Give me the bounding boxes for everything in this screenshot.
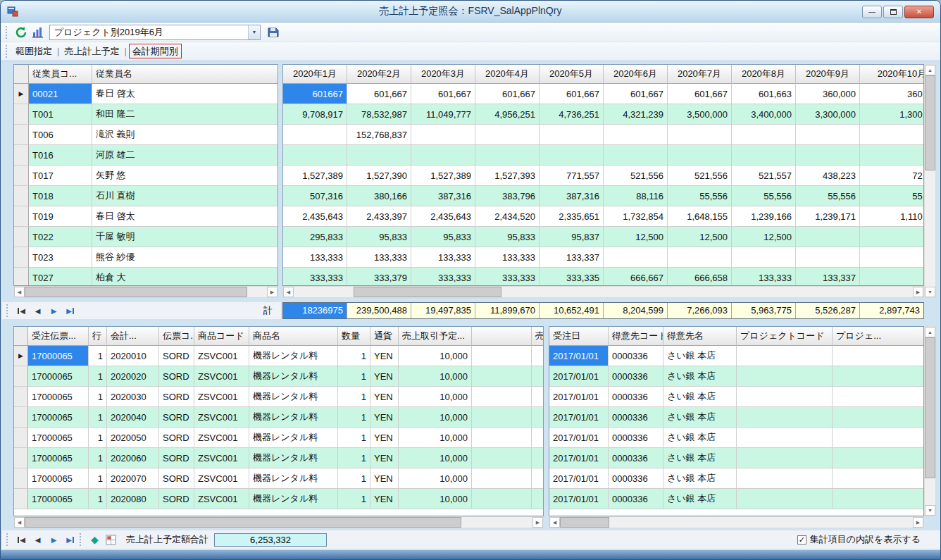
- grid-cell[interactable]: SORD: [159, 346, 194, 366]
- grid-cell[interactable]: [475, 125, 540, 145]
- grid-cell[interactable]: 1,527,390: [347, 166, 411, 186]
- grid-cell[interactable]: SORD: [159, 448, 194, 468]
- scroll-up-icon[interactable]: ▲: [925, 327, 935, 337]
- grid-cell[interactable]: 1: [338, 346, 370, 366]
- table-row[interactable]: ▶00021春日 啓太: [14, 84, 278, 104]
- grid-cell[interactable]: 機器レンタル料: [249, 448, 338, 468]
- grid-cell[interactable]: [472, 387, 532, 407]
- grid-cell[interactable]: 601,667: [540, 84, 604, 104]
- row-selector-cell[interactable]: [14, 125, 29, 145]
- row-selector-cell[interactable]: [14, 366, 28, 387]
- table-row[interactable]: 1700006512020030SORDZSVC001機器レンタル料1YEN10…: [14, 387, 544, 407]
- grid-cell[interactable]: 1: [89, 448, 107, 468]
- table-row[interactable]: 152,768,837: [283, 125, 924, 145]
- grid-cell[interactable]: 河原 雄二: [92, 145, 278, 166]
- grid-cell[interactable]: [604, 125, 668, 145]
- month-grid-vscrollbar[interactable]: ▲ ▼: [924, 64, 936, 298]
- table-row[interactable]: 2017/01/010000336さい銀 本店: [549, 366, 924, 387]
- column-header[interactable]: [472, 327, 532, 346]
- grid-cell[interactable]: 1: [89, 387, 107, 407]
- scrollbar-track[interactable]: [461, 517, 532, 528]
- grid-cell[interactable]: 55,556: [796, 186, 860, 206]
- move-first-button[interactable]: ◀: [13, 533, 30, 547]
- grid-cell[interactable]: 0000336: [609, 489, 663, 509]
- grid-cell[interactable]: SORD: [159, 428, 194, 448]
- grid-cell[interactable]: さい銀 本店: [663, 448, 737, 468]
- row-selector-cell[interactable]: [14, 186, 29, 206]
- row-selector-cell[interactable]: [14, 206, 29, 227]
- grid-cell[interactable]: [737, 387, 833, 407]
- grid-cell[interactable]: 2017/01/01: [549, 448, 609, 468]
- show-breakdown-checkbox-row[interactable]: ✓ 集計項目の内訳を表示する: [797, 533, 921, 546]
- grid-cell[interactable]: 0000336: [609, 366, 663, 387]
- grid-cell[interactable]: 17000065: [28, 468, 89, 489]
- grid-cell[interactable]: [283, 125, 347, 145]
- grid-cell[interactable]: [668, 247, 732, 268]
- toolbar-grip[interactable]: [6, 26, 8, 39]
- grid-cell[interactable]: [472, 346, 532, 366]
- grid-cell[interactable]: 521,557: [732, 166, 796, 186]
- grid-cell[interactable]: [737, 366, 833, 387]
- grid-cell[interactable]: [472, 407, 532, 428]
- grid-cell[interactable]: 1: [89, 428, 107, 448]
- grid-cell[interactable]: 12,500: [668, 227, 732, 247]
- grid-cell[interactable]: [833, 428, 924, 448]
- table-row[interactable]: T006滝沢 義則: [14, 125, 278, 145]
- column-header[interactable]: 商品名: [249, 327, 338, 346]
- grid-cell[interactable]: T027: [29, 268, 92, 286]
- column-header[interactable]: 受注伝票...: [28, 327, 89, 346]
- grid-cell[interactable]: 1,732,854: [604, 206, 668, 227]
- grid-cell[interactable]: SORD: [159, 387, 194, 407]
- grid-cell[interactable]: [737, 346, 833, 366]
- column-header[interactable]: 従業員名: [92, 65, 278, 84]
- maximize-button[interactable]: [883, 6, 903, 18]
- title-bar[interactable]: 売上計上予定照会：FSRV_SalAppPlnQry — ✕: [1, 1, 940, 23]
- grid-cell[interactable]: [737, 489, 833, 509]
- grid-cell[interactable]: 133,337: [540, 247, 604, 268]
- move-previous-button[interactable]: ◀: [30, 533, 46, 547]
- column-header[interactable]: 2020年1月: [283, 65, 347, 84]
- grid-cell[interactable]: 10,000: [399, 428, 472, 448]
- table-row[interactable]: 2017/01/010000336さい銀 本店: [549, 346, 924, 366]
- scrollbar-track[interactable]: [247, 287, 267, 297]
- column-header[interactable]: 売: [532, 327, 544, 346]
- grid-cell[interactable]: 3,300,000: [796, 104, 860, 125]
- grid-cell[interactable]: 0000336: [609, 346, 663, 366]
- grid-cell[interactable]: 2020030: [107, 387, 159, 407]
- grid-cell[interactable]: T019: [29, 206, 92, 227]
- grid-cell[interactable]: 2017/01/01: [549, 346, 609, 366]
- grid-cell[interactable]: 1: [338, 407, 370, 428]
- grid-cell[interactable]: [833, 468, 924, 489]
- column-header[interactable]: 2020年5月: [540, 65, 604, 84]
- grid-cell[interactable]: 333,379: [347, 268, 411, 286]
- grid-cell[interactable]: 10,000: [399, 407, 472, 428]
- column-header[interactable]: プロジェ...: [833, 327, 924, 346]
- grid-cell[interactable]: [532, 407, 544, 428]
- grid-cell[interactable]: 2017/01/01: [549, 366, 609, 387]
- grid-cell[interactable]: 0000336: [609, 428, 663, 448]
- grid-cell[interactable]: T017: [29, 166, 92, 186]
- save-button[interactable]: [265, 25, 282, 40]
- grid-cell[interactable]: 17000065: [28, 407, 89, 428]
- grid-cell[interactable]: [732, 145, 796, 166]
- order-grid[interactable]: 受注伝票...行会計...伝票コ...商品コード商品名数量通貨売上取引予定...…: [13, 326, 544, 516]
- grid-cell[interactable]: [604, 145, 668, 166]
- column-header[interactable]: 2020年9月: [796, 65, 860, 84]
- grid-cell[interactable]: SORD: [159, 366, 194, 387]
- grid-cell[interactable]: 1: [89, 366, 107, 387]
- grid-cell[interactable]: 521,556: [668, 166, 732, 186]
- grid-cell[interactable]: [737, 407, 833, 428]
- table-row[interactable]: T001和田 隆二: [14, 104, 278, 125]
- grid-cell[interactable]: さい銀 本店: [663, 387, 737, 407]
- grid-cell[interactable]: 3,400,000: [732, 104, 796, 125]
- grid-cell[interactable]: SORD: [159, 468, 194, 489]
- grid-cell[interactable]: YEN: [370, 387, 399, 407]
- table-row[interactable]: 2017/01/010000336さい銀 本店: [549, 468, 924, 489]
- grid-cell[interactable]: 438,223: [796, 166, 860, 186]
- grid-cell[interactable]: T006: [29, 125, 92, 145]
- move-first-button[interactable]: ◀: [13, 304, 30, 318]
- table-row[interactable]: T023熊谷 紗優: [14, 247, 278, 268]
- grid-cell[interactable]: 10,000: [399, 366, 472, 387]
- grid-cell[interactable]: 3,500,000: [668, 104, 732, 125]
- table-row[interactable]: T019春日 啓太: [14, 206, 278, 227]
